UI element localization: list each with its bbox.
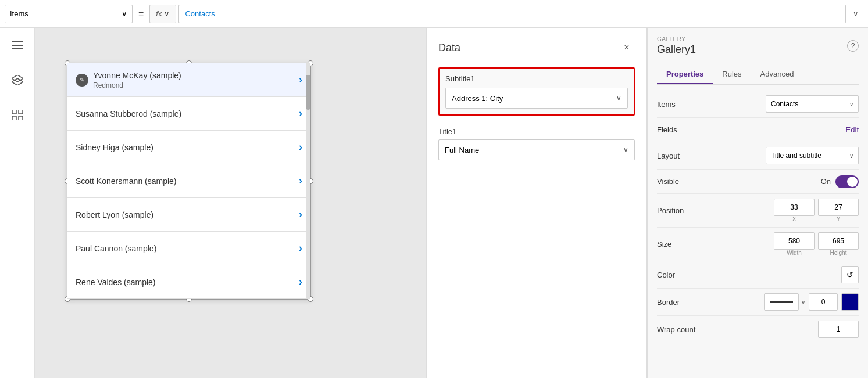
gallery-item-text: Sidney Higa (sample) [76, 143, 299, 152]
svg-rect-0 [12, 41, 23, 42]
gallery-item-text: Robert Lyon (sample) [76, 210, 299, 219]
prop-size-value: Width Height [709, 232, 859, 256]
gallery-info: GALLERY Gallery1 [657, 36, 696, 56]
border-width-input[interactable] [809, 293, 838, 311]
border-style-select[interactable] [764, 293, 799, 311]
color-swatch[interactable]: ↺ [841, 266, 859, 283]
size-height-input[interactable] [818, 232, 859, 250]
main-layout: ✎ Yvonne McKay (sample) Redmond › Susann… [0, 28, 868, 378]
fx-label: fx [156, 9, 162, 18]
data-panel-header: Data × [438, 39, 635, 56]
properties-body: Items Contacts ∨ Fields Edit Layout [648, 85, 868, 378]
gallery-item-text: Paul Cannon (sample) [76, 244, 299, 253]
size-height-label: Height [830, 250, 847, 256]
title1-chevron: ∨ [623, 146, 628, 154]
gallery-item-title: Sidney Higa (sample) [76, 143, 299, 152]
close-button[interactable]: × [619, 39, 635, 56]
gallery-name: Gallery1 [657, 44, 696, 56]
prop-color-label: Color [657, 271, 709, 279]
prop-row-items: Items Contacts ∨ [657, 91, 859, 118]
sidebar-layers-icon[interactable] [7, 70, 28, 91]
prop-items-label: Items [657, 100, 709, 109]
border-color-swatch[interactable] [841, 293, 859, 311]
sidebar-grid-icon[interactable] [7, 105, 28, 125]
size-width-input[interactable] [774, 232, 815, 250]
gallery-item-title: Rene Valdes (sample) [76, 278, 299, 287]
tab-properties[interactable]: Properties [657, 65, 713, 84]
fields-edit-link[interactable]: Edit [846, 125, 859, 134]
prop-row-position: Position 33 X 27 Y [657, 194, 859, 228]
prop-position-label: Position [657, 206, 709, 215]
gallery-item-text: Yvonne McKay (sample) Redmond [93, 71, 299, 89]
tab-advanced[interactable]: Advanced [751, 65, 803, 84]
prop-position-value: 33 X 27 Y [709, 199, 859, 222]
gallery-section-label: GALLERY [657, 36, 696, 42]
items-dropdown[interactable]: Items ∨ [5, 5, 133, 23]
gallery-item[interactable]: Susanna Stubberod (sample) › [67, 97, 310, 131]
left-sidebar [0, 28, 35, 378]
position-y-input[interactable]: 27 [818, 199, 859, 216]
prop-size-label: Size [657, 240, 709, 249]
gallery-item[interactable]: Scott Konersmann (sample) › [67, 164, 310, 198]
title1-select[interactable]: Full Name ∨ [438, 139, 635, 160]
prop-row-wrap-count: Wrap count [657, 316, 859, 343]
gallery-item[interactable]: Sidney Higa (sample) › [67, 131, 310, 164]
canvas-area: ✎ Yvonne McKay (sample) Redmond › Susann… [35, 28, 426, 378]
visible-toggle[interactable] [835, 175, 859, 188]
prop-row-fields: Fields Edit [657, 118, 859, 142]
tab-rules[interactable]: Rules [713, 65, 751, 84]
gallery-item-title: Susanna Stubberod (sample) [76, 109, 299, 118]
gallery-scrollbar[interactable] [306, 63, 310, 299]
items-dropdown-label: Items [10, 9, 28, 18]
visible-on-label: On [821, 177, 831, 186]
gallery-scroll-thumb[interactable] [306, 75, 310, 110]
gallery-item[interactable]: Robert Lyon (sample) › [67, 198, 310, 232]
gallery-chevron-icon: › [299, 242, 302, 254]
prop-fields-value: Edit [709, 125, 859, 134]
gallery-item-subtitle: Redmond [93, 81, 299, 89]
position-x-label: X [792, 216, 796, 222]
equals-symbol: = [135, 9, 147, 19]
prop-row-layout: Layout Title and subtitle ∨ [657, 142, 859, 170]
size-width-label: Width [787, 250, 802, 256]
subtitle1-select[interactable]: Address 1: City ∨ [445, 88, 628, 109]
gallery-item-title: Robert Lyon (sample) [76, 210, 299, 219]
formula-bar-chevron: ∨ [848, 9, 863, 18]
fx-button[interactable]: fx ∨ [149, 5, 176, 23]
gallery-item-title: Paul Cannon (sample) [76, 244, 299, 253]
prop-color-value: ↺ [709, 266, 859, 283]
top-bar: Items ∨ = fx ∨ Contacts ∨ [0, 0, 868, 28]
layout-select[interactable]: Title and subtitle ∨ [766, 147, 859, 164]
items-select[interactable]: Contacts ∨ [766, 95, 859, 113]
gallery-widget[interactable]: ✎ Yvonne McKay (sample) Redmond › Susann… [67, 63, 311, 300]
data-panel-title: Data [438, 42, 460, 54]
prop-row-visible: Visible On [657, 170, 859, 194]
position-x-input[interactable]: 33 [774, 199, 815, 216]
subtitle1-wrapper: Subtitle1 Address 1: City ∨ [438, 67, 635, 116]
subtitle1-value: Address 1: City [452, 94, 503, 103]
gallery-chevron-icon: › [299, 141, 302, 153]
prop-visible-label: Visible [657, 177, 709, 186]
wrap-count-input[interactable] [818, 321, 859, 338]
prop-border-label: Border [657, 298, 709, 307]
gallery-item[interactable]: Rene Valdes (sample) › [67, 265, 310, 299]
items-select-chevron: ∨ [849, 101, 853, 107]
subtitle1-label: Subtitle1 [445, 74, 628, 83]
border-style-chevron: ∨ [801, 299, 805, 305]
sidebar-menu-icon[interactable] [7, 35, 28, 56]
gallery-item-text: Susanna Stubberod (sample) [76, 109, 299, 118]
gallery-item[interactable]: ✎ Yvonne McKay (sample) Redmond › [67, 63, 310, 97]
prop-border-value: ∨ [709, 293, 859, 311]
title1-group: Title1 Full Name ∨ [438, 127, 635, 160]
properties-title-row: GALLERY Gallery1 ? [657, 36, 859, 59]
help-icon[interactable]: ? [847, 40, 859, 52]
gallery-item-title: Yvonne McKay (sample) [93, 71, 299, 80]
gallery-item[interactable]: Paul Cannon (sample) › [67, 232, 310, 265]
layout-select-chevron: ∨ [849, 153, 853, 159]
formula-bar[interactable]: Contacts [178, 5, 846, 23]
gallery-chevron-icon: › [299, 276, 302, 288]
data-panel: Data × Subtitle1 Address 1: City ∨ Title… [426, 28, 647, 378]
border-line-select: ∨ [764, 293, 805, 311]
title1-label: Title1 [438, 127, 635, 136]
gallery-item-title: Scott Konersmann (sample) [76, 177, 299, 186]
